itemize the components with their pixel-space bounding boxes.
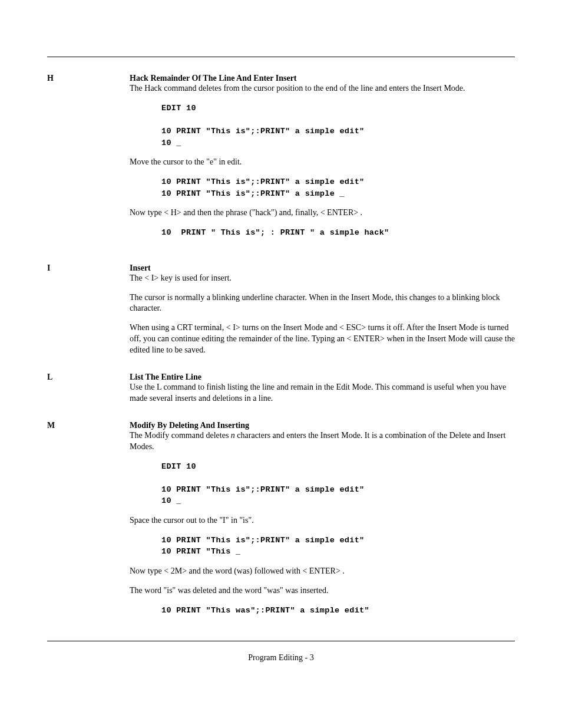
italic-n: n [231, 431, 235, 440]
section-title: Modify By Deleting And Inserting [130, 421, 515, 430]
page-footer: Program Editing - 3 [47, 653, 515, 663]
paragraph: The cursor is normally a blinking underl… [130, 292, 515, 315]
paragraph: Now type < H> and then the phrase ("hack… [130, 207, 515, 219]
section-content: List The Entire Line Use the L command t… [130, 373, 515, 404]
paragraph: Now type < 2M> and the word (was) follow… [130, 566, 515, 577]
code-line: 10 PRINT "This is";:PRINT" a simple edit… [161, 485, 364, 494]
paragraph: Move the cursor to the "e" in edit. [130, 157, 515, 168]
paragraph: The Modify command deletes n characters … [130, 430, 515, 453]
paragraph: Use the L command to finish listing the … [130, 382, 515, 404]
code-block: 10 PRINT "This is";:PRINT" a simple edit… [161, 176, 515, 199]
code-block: 10 PRINT "This was";:PRINT" a simple edi… [161, 605, 515, 617]
paragraph: The word "is" was deleted and the word "… [130, 585, 515, 597]
code-line: 10 _ [161, 139, 181, 147]
section-key: L [47, 373, 130, 382]
code-line: 10 PRINT "This is";:PRINT" a simple edit… [161, 177, 364, 186]
paragraph: The Hack command deletes from the cursor… [130, 83, 515, 94]
section-key: H [47, 74, 130, 83]
section-content: Insert The < I> key is used for insert. … [130, 263, 515, 356]
code-block: 10 PRINT " This is"; : PRINT " a simple … [161, 227, 515, 239]
paragraph: When using a CRT terminal, < I> turns on… [130, 322, 515, 356]
code-block: EDIT 10 10 PRINT "This is";:PRINT" a sim… [161, 461, 515, 507]
text-span: The Modify command deletes [130, 431, 231, 440]
code-line: EDIT 10 [161, 462, 196, 471]
section-content: Modify By Deleting And Inserting The Mod… [130, 421, 515, 624]
code-line: 10 PRINT "This was";:PRINT" a simple edi… [161, 606, 369, 615]
top-rule [47, 57, 515, 57]
bottom-rule [47, 641, 515, 641]
section-key: M [47, 421, 130, 430]
code-line: 10 PRINT " This is"; : PRINT " a simple … [161, 228, 389, 237]
section-m: M Modify By Deleting And Inserting The M… [47, 421, 515, 624]
code-line: EDIT 10 [161, 104, 196, 113]
section-h: H Hack Remainder Of The Line And Enter I… [47, 74, 515, 247]
section-title: Insert [130, 263, 515, 273]
section-title: List The Entire Line [130, 373, 515, 382]
page: H Hack Remainder Of The Line And Enter I… [0, 0, 562, 686]
code-line: 10 PRINT "This is";:PRINT" a simple _ [161, 189, 345, 198]
code-block: EDIT 10 10 PRINT "This is";:PRINT" a sim… [161, 103, 515, 149]
section-key: I [47, 263, 130, 273]
section-content: Hack Remainder Of The Line And Enter Ins… [130, 74, 515, 247]
section-l: L List The Entire Line Use the L command… [47, 373, 515, 404]
code-line: 10 PRINT "This is";:PRINT" a simple edit… [161, 127, 364, 136]
code-line: 10 PRINT "This is";:PRINT" a simple edit… [161, 536, 364, 545]
code-block: 10 PRINT "This is";:PRINT" a simple edit… [161, 535, 515, 558]
section-title: Hack Remainder Of The Line And Enter Ins… [130, 74, 515, 83]
paragraph: The < I> key is used for insert. [130, 273, 515, 284]
code-line: 10 _ [161, 496, 181, 505]
section-i: I Insert The < I> key is used for insert… [47, 263, 515, 356]
code-line: 10 PRINT "This _ [161, 547, 240, 556]
paragraph: Space the cursor out to the "I" in "is". [130, 515, 515, 526]
